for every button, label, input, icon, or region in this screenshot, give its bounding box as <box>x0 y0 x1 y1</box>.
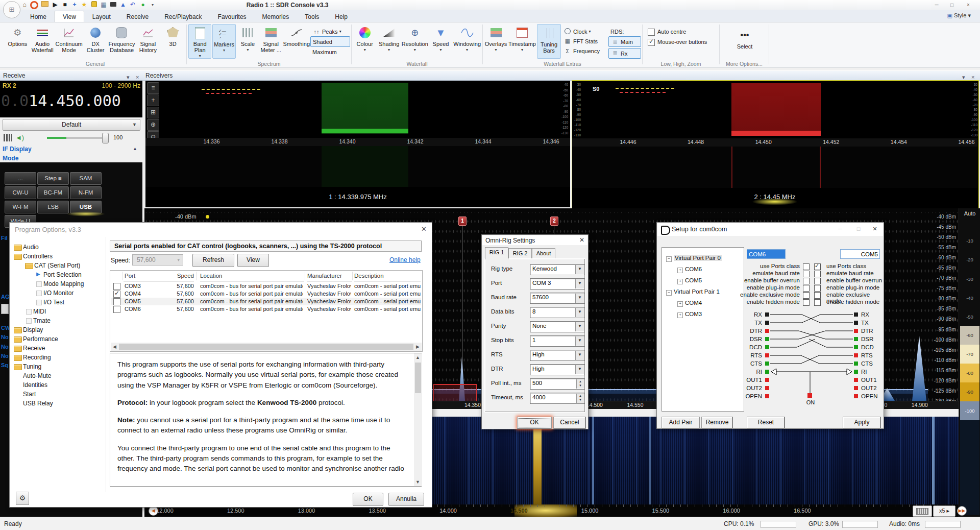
scroll-down-arrow[interactable]: ▼ <box>414 478 422 486</box>
mode-step-button[interactable]: Step ≡ <box>37 172 69 185</box>
person-icon[interactable]: ▲ <box>119 1 127 9</box>
tree-item-io-monitor[interactable]: I/O Monitor <box>43 290 74 298</box>
timeout-input[interactable]: 4000▲▼ <box>530 393 585 404</box>
lock-icon[interactable] <box>90 1 98 9</box>
remove-button[interactable]: Remove <box>701 417 733 429</box>
scroll-right-arrow[interactable]: ▶ <box>414 343 422 351</box>
options-gear-button[interactable]: ⚙ <box>16 492 29 505</box>
audio-waterfall-button[interactable]: Audio Waterfall <box>31 24 55 59</box>
tree-item-tmate[interactable]: Tmate <box>33 317 51 325</box>
refresh-button[interactable]: Refresh <box>192 254 234 267</box>
quick-access-dropdown-icon[interactable]: ▾ <box>149 1 157 9</box>
tree-item-audio[interactable]: Audio <box>23 244 39 252</box>
mode-bcfm-button[interactable]: BC-FM <box>37 186 69 199</box>
chevron-down-icon[interactable]: ▼ <box>575 265 584 274</box>
chevron-down-icon[interactable]: ▼ <box>575 308 584 317</box>
data-bits-dropdown[interactable]: 8▼ <box>530 307 585 318</box>
expand-icon[interactable]: + <box>677 268 683 273</box>
rx-menu-icon[interactable]: ≡ <box>147 82 159 94</box>
right-port-name-input[interactable] <box>840 249 880 259</box>
left-buffer-overrun-checkbox[interactable] <box>803 278 810 284</box>
rx1-waterfall[interactable] <box>145 146 570 187</box>
close-icon[interactable]: ✕ <box>870 225 879 233</box>
tree-item-controllers[interactable]: Controllers <box>23 253 53 261</box>
close-button[interactable]: × <box>962 1 975 9</box>
left-exclusive-mode-checkbox[interactable] <box>803 292 810 299</box>
left-hidden-mode-checkbox[interactable] <box>803 299 810 306</box>
tree-item-port-selection[interactable]: ▶Port Selection <box>43 271 82 279</box>
auto-centre-checkbox[interactable]: Auto centre <box>646 27 688 36</box>
minimize-icon[interactable]: ─ <box>836 225 845 233</box>
shaded-button[interactable]: Shaded <box>310 36 350 47</box>
select-button[interactable]: ••• Select <box>729 27 760 50</box>
online-help-link[interactable]: Online help <box>389 256 421 263</box>
expand-icon[interactable]: + <box>677 312 683 318</box>
home-icon[interactable]: ⌂ <box>20 1 29 9</box>
play-icon[interactable]: ▶ <box>51 1 59 9</box>
right-emulate-baud-checkbox[interactable] <box>814 271 821 277</box>
continuum-mode-button[interactable]: Continuum Mode <box>56 24 83 59</box>
signal-meter-button[interactable]: Signal Meter ... <box>260 24 282 59</box>
zoom-level-button[interactable]: x5 ▸ <box>933 505 955 517</box>
windowing-button[interactable]: Windowing▾ <box>453 24 481 59</box>
collapse-up-icon[interactable]: ▲ <box>133 146 137 151</box>
collapse-icon[interactable]: − <box>666 290 672 296</box>
markers-button[interactable]: ✓—✓—✓— Markers▾ <box>212 24 235 59</box>
keyboard-button[interactable] <box>913 505 932 517</box>
app-menu-button[interactable]: ⊞ <box>3 1 20 18</box>
left-port-name-input[interactable] <box>747 249 786 259</box>
smoothing-button[interactable]: Smoothing <box>283 24 310 59</box>
expand-icon[interactable]: + <box>677 279 683 284</box>
rts-dropdown[interactable]: High▼ <box>530 350 585 361</box>
left-plug-in-mode-checkbox[interactable] <box>803 285 810 292</box>
frequency-display[interactable]: RX 2 100 - 2900 Hz 0.014.450.000 <box>0 81 142 117</box>
frequency-database-button[interactable]: Frequency Database <box>109 24 135 59</box>
column-header-description[interactable]: Description <box>354 271 421 282</box>
stop-icon[interactable]: ■ <box>61 1 69 9</box>
tree-item-start[interactable]: Start <box>23 391 36 399</box>
column-header-speed[interactable]: Speed <box>163 271 194 282</box>
colour-button[interactable]: Colour▾ <box>353 24 376 59</box>
tree-item-performance[interactable]: Performance <box>23 335 58 344</box>
waterfall-colorbar[interactable]: Auto -10-20-30-40-50 -60 -70 -80 -90 -10… <box>959 208 980 517</box>
tree-item-com3[interactable]: +COM3 <box>677 311 702 318</box>
shading-button[interactable]: Shading▾ <box>377 24 400 59</box>
tree-item-recording[interactable]: Recording <box>23 354 51 362</box>
if-display-section[interactable]: IF Display <box>3 146 32 153</box>
fft-stats-button[interactable]: ▦FFT Stats <box>561 36 608 46</box>
view-button[interactable]: View <box>237 254 269 267</box>
band-plan-button[interactable]: Band Plan▾ <box>188 24 211 59</box>
auto-scroll-button[interactable]: ▶▶ <box>957 506 967 516</box>
mouse-over-buttons-checkbox[interactable]: Mouse-over buttons <box>646 37 709 46</box>
rx1-passband[interactable] <box>322 83 408 134</box>
chevron-down-icon[interactable]: ▼ <box>575 336 584 346</box>
volume-slider-thumb[interactable] <box>102 133 109 143</box>
mode-wfm-button[interactable]: W-FM <box>5 201 36 213</box>
tab-home[interactable]: Home <box>22 11 54 22</box>
tab-favourites[interactable]: Favourites <box>210 11 254 22</box>
rds-rx-button[interactable]: ≣Rx <box>608 48 641 59</box>
left-emulate-baud-checkbox[interactable] <box>803 271 810 277</box>
tree-item-io-test[interactable]: I/O Test <box>43 299 64 307</box>
tree-item-auto-mute[interactable]: Auto-Mute <box>23 372 51 380</box>
folder-icon[interactable] <box>41 1 49 9</box>
reset-button[interactable]: Reset <box>747 417 785 429</box>
tree-item-identities[interactable]: Identities <box>23 381 47 390</box>
close-icon[interactable]: ✕ <box>579 236 584 244</box>
scroll-left-arrow[interactable]: ◀ <box>111 343 118 351</box>
horizontal-scrollbar[interactable]: ◀ ▶ <box>111 343 422 351</box>
row-checkbox-checked[interactable] <box>113 291 120 298</box>
right-exclusive-mode-checkbox[interactable] <box>814 292 821 299</box>
apply-button[interactable]: Apply <box>843 417 881 429</box>
mode-cwu-button[interactable]: CW-U <box>5 186 36 199</box>
clock-button[interactable]: Clock ▾ <box>561 27 608 36</box>
dtr-dropdown[interactable]: High▼ <box>530 364 585 375</box>
dx-cluster-button[interactable]: DX Cluster <box>84 24 108 59</box>
tab-rec-playback[interactable]: Rec/Playback <box>157 11 209 22</box>
mode-lsb-button[interactable]: LSB <box>37 201 69 213</box>
frequency-button[interactable]: ΣFrequency <box>561 46 608 56</box>
collapse-icon[interactable]: − <box>666 256 672 262</box>
column-header-location[interactable]: Location <box>200 271 304 282</box>
tree-item-receive[interactable]: Receive <box>23 345 45 353</box>
vertical-scrollbar[interactable]: ▲ ▼ <box>414 353 422 486</box>
